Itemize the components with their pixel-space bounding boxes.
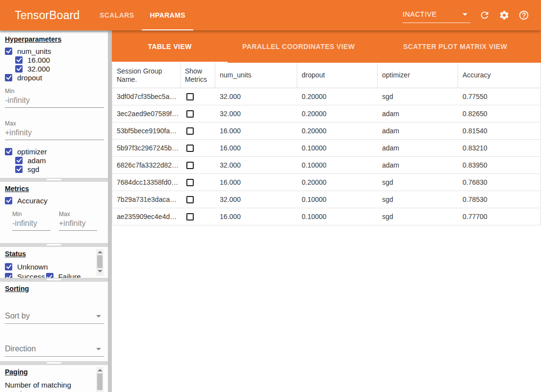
status-failure-checkbox[interactable]	[46, 273, 53, 278]
num-units-cell: 32.000	[215, 88, 297, 105]
metrics-section: Metrics Accuracy Min Max	[0, 182, 108, 243]
scroll-up-icon[interactable]	[98, 251, 103, 253]
column-header-optimizer[interactable]: optimizer	[378, 63, 458, 88]
status-unknown-checkbox[interactable]	[5, 263, 12, 270]
direction-value: Direction	[5, 344, 36, 353]
paging-section: Paging Number of matching session groups…	[0, 365, 108, 392]
optimizer-checkbox[interactable]	[5, 148, 12, 155]
tab-parallel-coordinates-view[interactable]: PARALLEL COORDINATES VIEW	[228, 30, 369, 63]
tab-scalars-label: SCALARS	[100, 11, 134, 19]
accuracy-checkbox[interactable]	[5, 197, 12, 204]
status-scrollbar[interactable]	[96, 249, 103, 276]
tab-table-view[interactable]: TABLE VIEW	[112, 30, 228, 63]
show-metrics-checkbox[interactable]	[186, 196, 194, 203]
tab-hparams-label: HPARAMS	[150, 11, 185, 19]
num-units-cell: 16.000	[215, 174, 297, 191]
column-header-num-units[interactable]: num_units	[215, 63, 297, 88]
dropout-cell: 0.20000	[297, 174, 378, 191]
dropout-cell: 0.10000	[297, 191, 378, 208]
tab-hparams[interactable]: HPARAMS	[142, 0, 193, 30]
section-resize-handle[interactable]	[47, 179, 61, 180]
accuracy-min-label: Min	[12, 211, 51, 218]
paging-scrollbar[interactable]	[96, 367, 103, 392]
show-metrics-checkbox[interactable]	[186, 213, 194, 220]
tab-parallel-coordinates-label: PARALLEL COORDINATES VIEW	[242, 43, 355, 50]
num-units-16-checkbox[interactable]	[15, 56, 23, 64]
show-metrics-checkbox[interactable]	[186, 145, 194, 152]
dropout-max-input[interactable]	[5, 127, 104, 140]
num-units-checkbox[interactable]	[5, 48, 12, 55]
hyperparameters-section: Hyperparameters num_units 16.000 32.000 …	[0, 32, 108, 178]
column-header-show-metrics[interactable]: Show Metrics	[180, 63, 215, 88]
hparam-row-num-units-16: 16.000	[15, 55, 108, 64]
hparam-row-optimizer-adam: adam	[15, 156, 108, 165]
app-header: TensorBoard SCALARS HPARAMS INACTIVE	[0, 0, 541, 30]
table-header-row: Session Group Name. Show Metrics num_uni…	[112, 63, 541, 88]
show-metrics-cell	[180, 157, 215, 173]
help-icon[interactable]	[518, 10, 529, 21]
show-metrics-checkbox[interactable]	[186, 162, 194, 169]
header-nav-tabs: SCALARS HPARAMS	[92, 0, 193, 30]
hparam-row-num-units: num_units	[5, 47, 108, 55]
accuracy-cell: 0.83950	[458, 157, 541, 173]
settings-icon[interactable]	[499, 10, 510, 21]
status-unknown-label: Unknown	[17, 263, 48, 271]
optimizer-cell: sgd	[378, 174, 458, 191]
section-resize-handle[interactable]	[47, 362, 61, 364]
optimizer-adam-checkbox[interactable]	[15, 157, 23, 164]
accuracy-cell: 0.77700	[458, 208, 541, 225]
status-scrollbar-thumb[interactable]	[97, 255, 103, 268]
metric-row-accuracy: Accuracy	[5, 196, 108, 205]
show-metrics-checkbox[interactable]	[186, 110, 194, 118]
tab-scatter-plot-matrix-label: SCATTER PLOT MATRIX VIEW	[403, 43, 507, 50]
refresh-icon[interactable]	[479, 10, 490, 21]
scroll-up-icon[interactable]	[98, 369, 103, 371]
show-metrics-cell	[180, 208, 215, 225]
active-tab-underline	[142, 29, 193, 30]
show-metrics-checkbox[interactable]	[186, 127, 194, 135]
accuracy-min-input[interactable]	[12, 218, 51, 231]
optimizer-sgd-checkbox[interactable]	[15, 166, 23, 173]
table-row: 3df0d7cf35bec5a… 32.000 0.20000 sgd 0.77…	[112, 88, 541, 105]
column-header-accuracy[interactable]: Accuracy	[458, 63, 541, 88]
direction-select[interactable]: Direction	[5, 344, 104, 357]
column-header-session-group-name[interactable]: Session Group Name.	[112, 63, 180, 88]
paging-scrollbar-thumb[interactable]	[97, 373, 103, 390]
dropout-cell: 0.20000	[297, 122, 378, 139]
chevron-down-icon	[463, 13, 467, 16]
chevron-down-icon	[96, 315, 101, 318]
accuracy-label: Accuracy	[17, 196, 48, 205]
session-group-name-cell: 7684dcc13358fd0…	[112, 174, 180, 191]
accuracy-max-input[interactable]	[59, 218, 97, 231]
app-title: TensorBoard	[15, 9, 80, 22]
hparams-main: TABLE VIEW PARALLEL COORDINATES VIEW SCA…	[112, 30, 541, 392]
dropout-checkbox[interactable]	[5, 74, 12, 81]
paging-heading: Paging	[5, 368, 28, 376]
accuracy-cell: 0.83210	[458, 140, 541, 156]
section-resize-handle[interactable]	[47, 279, 61, 280]
status-failure-label: Failure	[58, 272, 81, 278]
sidebar-scrollbar[interactable]	[108, 30, 112, 392]
hparam-row-dropout: dropout	[5, 73, 108, 82]
show-metrics-cell	[180, 140, 215, 156]
show-metrics-checkbox[interactable]	[186, 179, 194, 186]
num-units-32-label: 32.000	[27, 65, 50, 73]
status-item-success: Success	[5, 272, 45, 278]
num-units-32-checkbox[interactable]	[15, 65, 23, 73]
scroll-down-icon[interactable]	[98, 270, 103, 272]
optimizer-cell: adam	[378, 105, 458, 122]
metrics-heading: Metrics	[5, 185, 29, 193]
status-dropdown[interactable]: INACTIVE	[403, 10, 470, 23]
tab-scalars[interactable]: SCALARS	[92, 0, 142, 30]
tab-scatter-plot-matrix-view[interactable]: SCATTER PLOT MATRIX VIEW	[369, 30, 541, 63]
show-metrics-checkbox[interactable]	[186, 93, 194, 100]
dropout-min-input[interactable]	[5, 95, 104, 108]
column-header-dropout[interactable]: dropout	[297, 63, 378, 88]
tab-table-view-label: TABLE VIEW	[148, 43, 191, 50]
show-metrics-cell	[180, 191, 215, 208]
sort-by-select[interactable]: Sort by	[5, 312, 104, 324]
section-resize-handle[interactable]	[47, 244, 61, 245]
hparam-row-num-units-32: 32.000	[15, 64, 108, 73]
status-success-checkbox[interactable]	[5, 273, 12, 278]
hparams-sidebar: Hyperparameters num_units 16.000 32.000 …	[0, 30, 112, 392]
